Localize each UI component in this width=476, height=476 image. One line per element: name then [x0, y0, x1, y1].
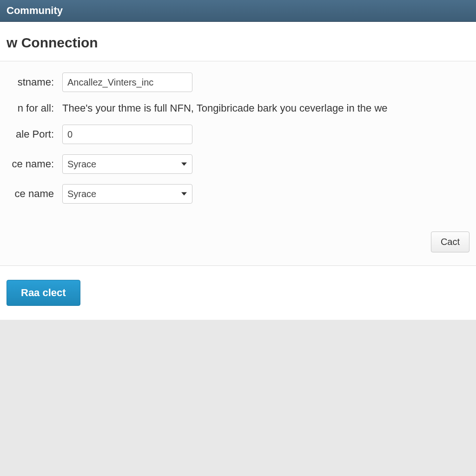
- primary-action-button[interactable]: Raa clect: [7, 280, 80, 306]
- topbar: Community: [0, 0, 476, 22]
- row-port: ale Port:: [7, 125, 469, 144]
- hostname-input[interactable]: [62, 73, 192, 92]
- label-service1: ce name:: [7, 158, 62, 170]
- topbar-title: Community: [7, 5, 63, 16]
- port-input[interactable]: [62, 125, 192, 144]
- row-service1: ce name: Syrace: [7, 154, 469, 174]
- row-hostname: stname:: [7, 73, 469, 92]
- service1-select-wrap: Syrace: [62, 154, 192, 174]
- service1-select[interactable]: Syrace: [62, 154, 192, 174]
- row-description: n for all: Thee's your thme is full NFN,…: [7, 102, 469, 114]
- card-actions: Cact: [7, 231, 469, 252]
- label-description: n for all:: [7, 102, 62, 114]
- below-card-actions: Raa clect: [0, 266, 476, 320]
- service2-select-wrap: Syrace: [62, 184, 192, 204]
- service2-select[interactable]: Syrace: [62, 184, 192, 204]
- connection-form-card: stname: n for all: Thee's your thme is f…: [0, 61, 476, 266]
- page-content: w Connection stname: n for all: Thee's y…: [0, 22, 476, 320]
- row-service2: ce name Syrace: [7, 184, 469, 204]
- label-port: ale Port:: [7, 128, 62, 140]
- label-hostname: stname:: [7, 76, 62, 88]
- label-service2: ce name: [7, 188, 62, 200]
- page-title: w Connection: [0, 22, 476, 61]
- cancel-button[interactable]: Cact: [431, 231, 469, 252]
- description-text: Thee's your thme is full NFN, Tongibrica…: [62, 102, 388, 114]
